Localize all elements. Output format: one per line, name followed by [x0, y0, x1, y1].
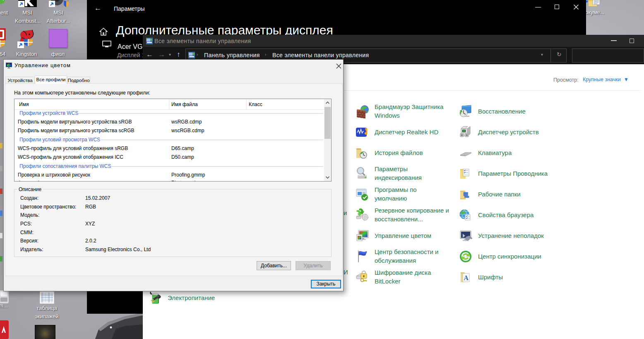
svg-text:A: A — [464, 274, 469, 281]
